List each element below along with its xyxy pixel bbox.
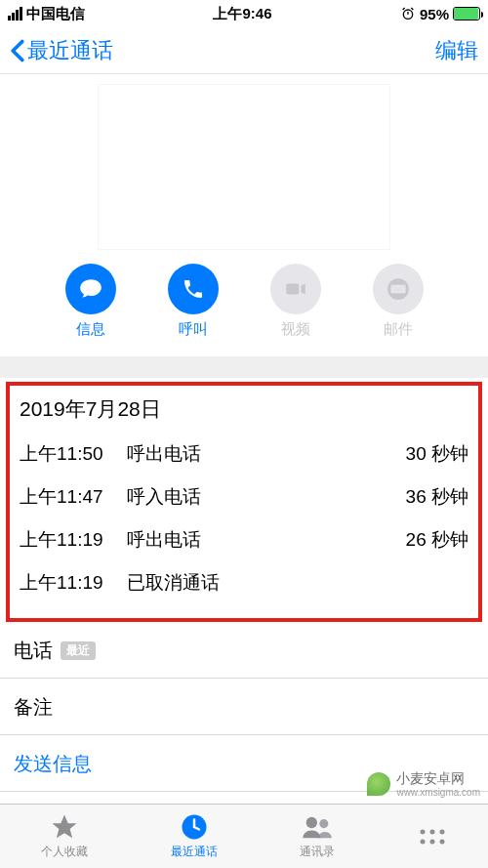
call-log-time: 上午11:47 <box>20 484 127 510</box>
video-icon <box>270 264 321 314</box>
action-mail-label: 邮件 <box>384 320 413 339</box>
tab-favorites[interactable]: 个人收藏 <box>41 812 88 860</box>
contact-photo-placeholder <box>98 84 390 250</box>
action-message[interactable]: 信息 <box>57 264 125 339</box>
svg-point-13 <box>439 829 444 834</box>
call-log-row: 上午11:19呼出电话26 秒钟 <box>20 518 468 561</box>
svg-line-2 <box>403 8 405 10</box>
call-log-row: 上午11:50呼出电话30 秒钟 <box>20 433 468 475</box>
action-call[interactable]: 呼叫 <box>159 264 227 339</box>
watermark-brand: 小麦安卓网 <box>396 770 480 788</box>
svg-point-16 <box>439 839 444 844</box>
svg-line-3 <box>411 8 413 10</box>
back-button[interactable]: 最近通话 <box>10 36 113 65</box>
call-log-section: 2019年7月28日 上午11:50呼出电话30 秒钟上午11:47呼入电话36… <box>6 382 482 622</box>
svg-point-15 <box>429 839 434 844</box>
star-icon <box>50 812 79 842</box>
watermark: 小麦安卓网 www.xmsigma.com <box>367 770 480 798</box>
tab-bar: 个人收藏 最近通话 通讯录 <box>0 804 488 868</box>
nav-bar: 最近通话 编辑 <box>0 27 488 74</box>
keypad-icon <box>418 822 447 851</box>
svg-marker-5 <box>301 284 305 295</box>
edit-button[interactable]: 编辑 <box>435 36 478 65</box>
back-label: 最近通话 <box>27 36 113 65</box>
tab-recents-label: 最近通话 <box>171 844 218 860</box>
status-time: 上午9:46 <box>213 5 271 23</box>
call-log-time: 上午11:19 <box>20 570 127 596</box>
notes-section[interactable]: 备注 <box>0 679 488 735</box>
call-log-duration: 26 秒钟 <box>406 527 468 553</box>
call-log-row: 上午11:47呼入电话36 秒钟 <box>20 475 468 518</box>
call-log-date: 2019年7月28日 <box>20 395 468 423</box>
call-log-type: 呼入电话 <box>127 484 406 510</box>
battery-icon <box>453 7 480 21</box>
svg-point-12 <box>429 829 434 834</box>
call-log-type: 已取消通话 <box>127 570 468 596</box>
chevron-left-icon <box>10 39 25 62</box>
alarm-icon <box>400 6 416 21</box>
section-gap <box>0 356 488 378</box>
svg-point-10 <box>320 819 329 828</box>
call-log-duration: 30 秒钟 <box>406 441 468 467</box>
recent-badge: 最近 <box>61 641 96 660</box>
signal-icon <box>8 7 22 21</box>
action-call-label: 呼叫 <box>179 320 208 339</box>
tab-contacts-label: 通讯录 <box>300 844 335 860</box>
contacts-icon <box>301 812 334 842</box>
contact-card: 信息 呼叫 视频 邮件 <box>0 74 488 356</box>
action-mail[interactable]: 邮件 <box>364 264 432 339</box>
watermark-url: www.xmsigma.com <box>396 788 480 798</box>
tab-recents[interactable]: 最近通话 <box>171 812 218 860</box>
message-icon <box>65 264 116 314</box>
svg-rect-4 <box>286 284 299 295</box>
phone-icon <box>168 264 219 314</box>
clock-icon <box>180 812 209 842</box>
svg-point-14 <box>420 839 425 844</box>
action-video-label: 视频 <box>281 320 310 339</box>
call-log-time: 上午11:50 <box>20 441 127 467</box>
action-message-label: 信息 <box>76 320 105 339</box>
notes-label: 备注 <box>14 696 53 718</box>
call-log-duration: 36 秒钟 <box>406 484 468 510</box>
phone-section[interactable]: 电话 最近 <box>0 622 488 679</box>
call-log-type: 呼出电话 <box>127 441 406 467</box>
call-log-row: 上午11:19已取消通话 <box>20 561 468 604</box>
send-message-label: 发送信息 <box>14 753 92 774</box>
tab-favorites-label: 个人收藏 <box>41 844 88 860</box>
svg-point-11 <box>420 829 425 834</box>
phone-section-label: 电话 <box>14 638 53 664</box>
carrier-label: 中国电信 <box>26 5 85 23</box>
mail-icon <box>373 264 424 314</box>
svg-marker-7 <box>53 815 77 839</box>
action-row: 信息 呼叫 视频 邮件 <box>0 264 488 339</box>
status-bar: 中国电信 上午9:46 95% <box>0 0 488 27</box>
battery-percent: 95% <box>420 6 449 22</box>
call-log-type: 呼出电话 <box>127 527 406 553</box>
call-log-time: 上午11:19 <box>20 527 127 553</box>
svg-point-9 <box>306 817 317 828</box>
status-right: 95% <box>400 6 480 22</box>
watermark-logo-icon <box>367 772 390 796</box>
status-left: 中国电信 <box>8 5 85 23</box>
action-video[interactable]: 视频 <box>262 264 330 339</box>
tab-contacts[interactable]: 通讯录 <box>300 812 335 860</box>
tab-more[interactable] <box>418 822 447 851</box>
